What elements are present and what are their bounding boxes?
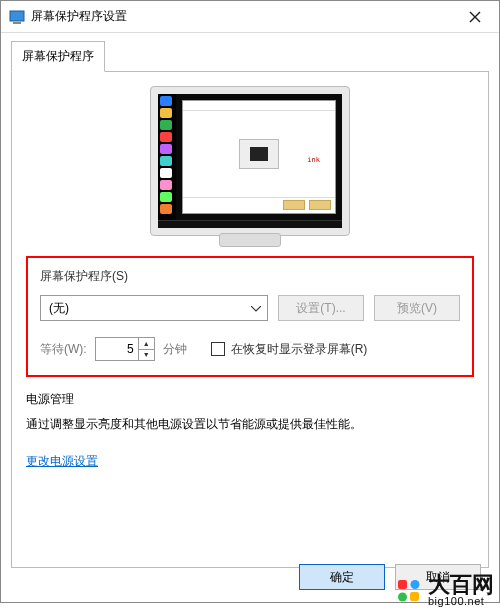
svg-rect-7 — [410, 592, 419, 601]
power-label: 电源管理 — [26, 391, 474, 408]
preview-brand-text: ink — [307, 156, 320, 164]
screensaver-settings-window: 屏幕保护程序设置 屏幕保护程序 — [0, 0, 500, 603]
watermark: 大百网 big100.net — [396, 574, 494, 607]
chevron-down-icon — [251, 301, 261, 315]
titlebar: 屏幕保护程序设置 — [1, 1, 499, 33]
resume-login-label: 在恢复时显示登录屏幕(R) — [231, 341, 368, 358]
preview-desktop-icons — [158, 94, 176, 228]
svg-rect-0 — [10, 11, 24, 21]
power-desc: 通过调整显示亮度和其他电源设置以节省能源或提供最佳性能。 — [26, 416, 474, 433]
svg-point-6 — [398, 592, 407, 601]
preview-area: ink — [26, 86, 474, 236]
watermark-sub: big100.net — [428, 596, 494, 607]
watermark-main: 大百网 — [428, 574, 494, 596]
wait-input[interactable] — [96, 338, 138, 360]
ok-button[interactable]: 确定 — [299, 564, 385, 590]
svg-rect-4 — [398, 580, 407, 589]
svg-rect-1 — [13, 22, 21, 24]
svg-point-5 — [411, 580, 420, 589]
window-title: 屏幕保护程序设置 — [31, 8, 127, 25]
screensaver-combo[interactable]: (无) — [40, 295, 268, 321]
screensaver-combo-value: (无) — [49, 300, 69, 317]
wait-label: 等待(W): — [40, 341, 87, 358]
spinner-up[interactable]: ▲ — [139, 338, 154, 350]
preview-button[interactable]: 预览(V) — [374, 295, 460, 321]
wait-unit: 分钟 — [163, 341, 187, 358]
screensaver-group-label: 屏幕保护程序(S) — [40, 268, 460, 285]
screensaver-group: 屏幕保护程序(S) (无) 设置(T)... 预览(V) 等待(W): — [26, 256, 474, 377]
window-icon — [9, 9, 25, 25]
resume-login-checkbox[interactable]: 在恢复时显示登录屏幕(R) — [211, 341, 368, 358]
tab-page: ink 屏幕保护程序(S) (无) 设置(T)... 预览(V) — [11, 72, 489, 568]
wait-spinner[interactable]: ▲ ▼ — [95, 337, 155, 361]
change-power-link[interactable]: 更改电源设置 — [26, 454, 98, 468]
settings-button[interactable]: 设置(T)... — [278, 295, 364, 321]
tab-screensaver[interactable]: 屏幕保护程序 — [11, 41, 105, 72]
checkbox-box — [211, 342, 225, 356]
close-icon — [469, 11, 481, 23]
monitor-preview: ink — [150, 86, 350, 236]
watermark-logo-icon — [396, 578, 422, 604]
client-area: 屏幕保护程序 ink — [1, 33, 499, 576]
spinner-down[interactable]: ▼ — [139, 350, 154, 361]
tabstrip: 屏幕保护程序 — [11, 41, 489, 72]
power-section: 电源管理 通过调整显示亮度和其他电源设置以节省能源或提供最佳性能。 更改电源设置 — [26, 391, 474, 470]
close-button[interactable] — [455, 2, 495, 32]
